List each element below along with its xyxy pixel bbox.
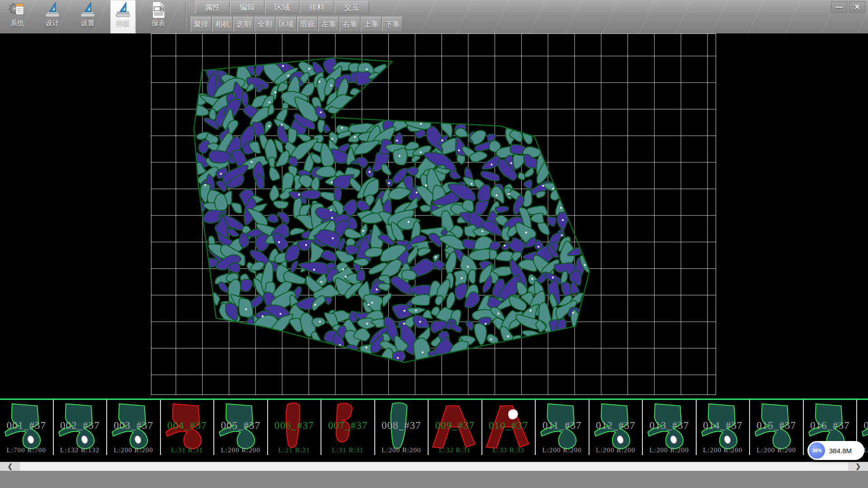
piece-shape-icon <box>108 401 159 453</box>
tool-button-select-cut[interactable]: 选割 <box>233 17 254 32</box>
close-button[interactable]: ✕ <box>849 1 865 13</box>
piece-thumbnail-strip: 001_#37L:700 R:700002_#37L:132 R:132003_… <box>0 399 868 462</box>
progress-widget[interactable]: 38% 384.8M <box>807 441 864 460</box>
tool-button-cluster-nest[interactable]: 聚排 <box>191 17 212 32</box>
toolbar-button-label: 设计 <box>46 19 59 28</box>
piece-thumbnail[interactable]: 003_#37L:200 R:200 <box>107 400 161 455</box>
piece-thumbnail[interactable]: 015_#37L:200 R:200 <box>750 400 804 455</box>
toolbar-divider <box>185 2 186 31</box>
piece-shape-icon <box>376 401 427 453</box>
report-icon <box>149 1 167 18</box>
tool-button-zone[interactable]: 区域 <box>276 17 297 32</box>
ruler-icon <box>79 1 97 18</box>
toolbar-button-label: 报表 <box>151 19 165 28</box>
nesting-canvas[interactable] <box>0 33 868 399</box>
menu-tab-edit[interactable]: 编辑 <box>230 1 264 14</box>
piece-shape-icon <box>537 401 587 453</box>
menu-tab-nesting[interactable]: 排料 <box>300 1 334 14</box>
tool-button-snap-right[interactable]: 右靠 <box>340 17 360 32</box>
menu-tabs: 属性编辑区域排料交互 <box>195 1 369 14</box>
piece-shape-icon <box>644 401 694 453</box>
ruler-icon <box>43 1 61 18</box>
tool-button-snap-down[interactable]: 下靠 <box>382 17 403 32</box>
horizontal-scrollbar[interactable]: ❮ ❯ <box>0 462 868 471</box>
tool-buttons: 聚排相机选割全割区域瑕疵左靠右靠上靠下靠 <box>191 17 403 32</box>
piece-shape-icon <box>322 401 373 453</box>
tool-button-snap-up[interactable]: 上靠 <box>361 17 382 32</box>
piece-shape-icon <box>429 401 480 453</box>
main-toolbar: 系统设计设置排版报表 <box>5 0 171 33</box>
ruler-icon <box>114 1 132 18</box>
toolbar-button-label: 系统 <box>10 19 24 28</box>
piece-thumbnail[interactable]: 005_#37L:200 R:200 <box>214 400 268 455</box>
piece-thumbnail[interactable]: 011_#37L:200 R:200 <box>536 400 590 455</box>
scroll-left-button[interactable]: ❮ <box>0 462 20 471</box>
piece-shape-icon <box>1 401 52 453</box>
tool-button-camera[interactable]: 相机 <box>212 17 233 32</box>
thumbnail-cells: 001_#37L:700 R:700002_#37L:132 R:132003_… <box>0 400 868 455</box>
tool-button-defect[interactable]: 瑕疵 <box>297 17 318 32</box>
piece-shape-icon <box>162 401 212 453</box>
piece-thumbnail[interactable]: 001_#37L:700 R:700 <box>0 400 54 455</box>
piece-thumbnail[interactable]: 010_#37L:33 R:33 <box>482 400 536 455</box>
piece-shape-icon <box>751 401 802 453</box>
piece-thumbnail[interactable]: 006_#37L:21 R:21 <box>268 400 322 455</box>
piece-thumbnail[interactable]: 008_#37L:200 R:200 <box>375 400 429 455</box>
piece-thumbnail[interactable]: 002_#37L:132 R:132 <box>54 400 108 455</box>
toolbar-button-layout[interactable]: 排版 <box>110 0 136 33</box>
gear-icon <box>8 1 26 18</box>
toolbar-button-label: 设置 <box>81 19 94 28</box>
toolbar-button-report[interactable]: 报表 <box>146 0 171 33</box>
piece-thumbnail[interactable]: 013_#37L:200 R:200 <box>643 400 697 455</box>
menu-tab-properties[interactable]: 属性 <box>195 1 230 14</box>
menu-tab-interact[interactable]: 交互 <box>335 1 369 14</box>
application-window: 系统设计设置排版报表 属性编辑区域排料交互 聚排相机选割全割区域瑕疵左靠右靠上靠… <box>0 0 868 488</box>
ribbon: 系统设计设置排版报表 属性编辑区域排料交互 聚排相机选割全割区域瑕疵左靠右靠上靠… <box>0 0 868 33</box>
progress-percent-badge: 38% <box>809 442 825 459</box>
piece-shape-icon <box>483 401 534 453</box>
piece-thumbnail[interactable]: 007_#37L:31 R:31 <box>321 400 375 455</box>
progress-size-label: 384.8M <box>829 447 852 455</box>
piece-shape-icon <box>269 401 320 453</box>
piece-thumbnail[interactable]: 004_#37L:31 R:31 <box>161 400 215 455</box>
piece-shape-icon <box>55 401 105 453</box>
toolbar-button-design[interactable]: 设计 <box>40 0 65 33</box>
nesting-layout-view[interactable] <box>151 33 716 395</box>
tool-button-snap-left[interactable]: 左靠 <box>318 17 339 32</box>
piece-shape-icon <box>698 401 748 453</box>
tool-button-cut-all[interactable]: 全割 <box>255 17 275 32</box>
status-bar <box>0 471 868 488</box>
toolbar-button-system[interactable]: 系统 <box>5 0 30 33</box>
piece-shape-icon <box>215 401 266 453</box>
piece-thumbnail[interactable]: 009_#37L:32 R:31 <box>429 400 482 455</box>
toolbar-button-settings[interactable]: 设置 <box>75 0 100 33</box>
toolbar-button-label: 排版 <box>116 19 130 28</box>
piece-thumbnail[interactable]: 012_#37L:200 R:200 <box>590 400 643 455</box>
minimize-button[interactable]: — <box>831 1 847 13</box>
piece-thumbnail[interactable]: 014_#37L:200 R:200 <box>697 400 750 455</box>
scroll-right-button[interactable]: ❯ <box>848 462 868 471</box>
menu-tab-region[interactable]: 区域 <box>265 1 299 14</box>
window-controls: — ✕ <box>831 1 865 13</box>
piece-shape-icon <box>590 401 641 453</box>
